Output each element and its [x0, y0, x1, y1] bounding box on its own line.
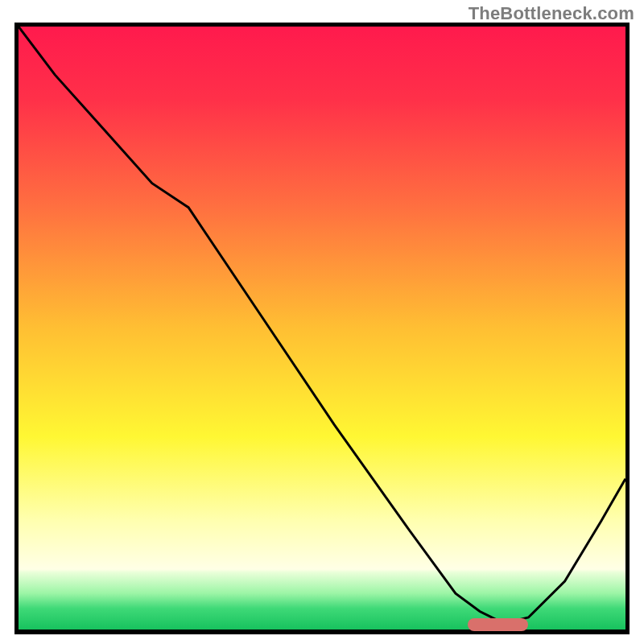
chart-frame — [14, 23, 630, 634]
watermark-text: TheBottleneck.com — [469, 3, 634, 24]
target-marker — [468, 618, 528, 631]
chart-canvas — [19, 27, 625, 630]
gradient-background — [19, 27, 625, 630]
